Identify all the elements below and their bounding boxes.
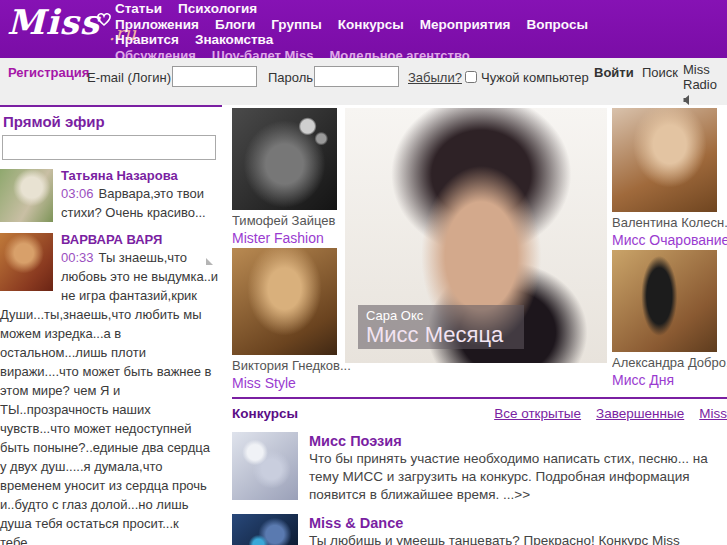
chat-text: 00:33Ты знаешь,что любовь это не выдумка… xyxy=(0,248,220,545)
contests-tabs: Все открытыеЗавершенныеMiss xyxy=(479,404,727,422)
contests-title: Конкурсы xyxy=(232,406,298,421)
nav-item-events[interactable]: Мероприятия xyxy=(420,17,511,32)
photo-person-name: Валентина Колесн... xyxy=(612,215,727,231)
nav-row-3: НравитсяЗнакомства xyxy=(115,32,715,48)
chat-message-text: Ты знаешь,что любовь это не выдумка..и н… xyxy=(0,250,218,545)
contest-title-link[interactable]: Мисс Поэзия xyxy=(309,433,402,449)
register-link[interactable]: Регистрация xyxy=(8,65,94,80)
photo-viktoria-gnedkova[interactable] xyxy=(232,248,337,355)
featured-award-title: Мисс Месяца xyxy=(366,323,516,347)
login-bar: Регистрация E-mail (Логин) Пароль Забыли… xyxy=(0,58,727,105)
photo-valentina-kolesnikova[interactable] xyxy=(612,108,717,212)
featured-person-name: Сара Окс xyxy=(366,308,516,323)
contest-text: Мисс Поэзия Что бы принять участие необх… xyxy=(309,432,721,504)
photo-category-link[interactable]: Miss Style xyxy=(232,375,296,391)
contest-item[interactable]: Miss & Dance Ты любишь и умеешь танцеват… xyxy=(232,514,727,545)
chat-message: ВАРВАРА ВАРЯ 00:33Ты знаешь,что любовь э… xyxy=(0,224,222,545)
avatar[interactable] xyxy=(0,169,53,222)
gallery-card-miss-charm[interactable]: Валентина Колесн... Мисс Очарование xyxy=(612,108,727,249)
photo-alexandra-dobro[interactable] xyxy=(612,250,717,352)
live-feed-title: Прямой эфир xyxy=(3,113,222,130)
nav-item-groups[interactable]: Группы xyxy=(271,17,322,32)
contest-title-link[interactable]: Miss & Dance xyxy=(309,515,403,531)
photo-sara-oks[interactable]: Сара Окс Мисс Месяца xyxy=(345,108,607,363)
nav-item-contests[interactable]: Конкурсы xyxy=(338,17,404,32)
contests-section: Конкурсы Все открытыеЗавершенныеMiss Мис… xyxy=(232,397,727,545)
live-feed-panel: Прямой эфир Татьяна Назарова 03:06Варвар… xyxy=(0,105,222,545)
nav-item-dating[interactable]: Знакомства xyxy=(195,32,273,47)
chat-time: 00:33 xyxy=(61,250,94,265)
resize-handle-icon[interactable] xyxy=(206,258,213,265)
avatar[interactable] xyxy=(0,233,53,291)
email-label: E-mail (Логин) xyxy=(87,70,171,85)
nav-item-questions[interactable]: Вопросы xyxy=(526,17,588,32)
nav-row-1: СтатьиПсихология xyxy=(115,1,715,17)
nav-item-likes[interactable]: Нравится xyxy=(115,32,179,47)
miss-ru-page: Miss.ru СтатьиПсихология ПриложенияБлоги… xyxy=(0,0,727,545)
nav-item-psychology[interactable]: Психология xyxy=(178,1,257,16)
password-label: Пароль xyxy=(268,70,313,85)
photo-timofey-zaytsev[interactable] xyxy=(232,108,337,210)
contests-header: Конкурсы Все открытыеЗавершенныеMiss xyxy=(232,399,727,422)
contest-description: Что бы принять участие необходимо написа… xyxy=(309,450,721,504)
forgot-password-link[interactable]: Забыли? xyxy=(408,70,462,85)
site-header: Miss.ru СтатьиПсихология ПриложенияБлоги… xyxy=(0,0,727,58)
nav-item-blogs[interactable]: Блоги xyxy=(215,17,255,32)
nav-item-apps[interactable]: Приложения xyxy=(115,17,199,32)
gallery-card-miss-day[interactable]: Александра Добро... Мисс Дня xyxy=(612,250,727,389)
nav-row-2: ПриложенияБлогиГруппыКонкурсыМероприятия… xyxy=(115,17,715,33)
chat-time: 03:06 xyxy=(61,186,94,201)
password-input[interactable] xyxy=(314,66,399,87)
photo-category-link[interactable]: Мисс Дня xyxy=(612,372,674,388)
gallery-card-miss-style[interactable]: Виктория Гнедков... Miss Style xyxy=(232,248,351,392)
main-content: Тимофей Зайцев Mister Fashion Виктория Г… xyxy=(232,105,727,545)
contest-thumbnail-poetry[interactable] xyxy=(232,432,298,500)
contest-description: Ты любишь и умеешь танцевать? Прекрасно!… xyxy=(309,532,721,545)
live-message-input[interactable] xyxy=(2,135,216,160)
miss-radio-link[interactable]: Miss Radio xyxy=(683,62,725,108)
photo-category-link[interactable]: Mister Fashion xyxy=(232,230,324,246)
contest-item[interactable]: Мисс Поэзия Что бы принять участие необх… xyxy=(232,432,727,504)
main-nav: СтатьиПсихология ПриложенияБлогиГруппыКо… xyxy=(115,1,715,63)
photo-person-name: Тимофей Зайцев xyxy=(232,213,337,229)
foreign-computer-checkbox[interactable] xyxy=(465,71,477,83)
contest-text: Miss & Dance Ты любишь и умеешь танцеват… xyxy=(309,514,721,545)
gallery-card-miss-month[interactable]: Сара Окс Мисс Месяца xyxy=(345,108,607,363)
chat-message: Татьяна Назарова 03:06Варвара,это твои с… xyxy=(0,160,222,224)
tab-finished[interactable]: Завершенные xyxy=(596,406,684,421)
logo-text: Miss xyxy=(7,2,100,42)
miss-radio-label: Miss Radio xyxy=(683,62,717,92)
nav-item-articles[interactable]: Статьи xyxy=(115,1,162,16)
photo-category-link[interactable]: Мисс Очарование xyxy=(612,232,727,248)
featured-overlay: Сара Окс Мисс Месяца xyxy=(358,305,524,349)
gallery-card-mister-fashion[interactable]: Тимофей Зайцев Mister Fashion xyxy=(232,108,337,247)
login-button[interactable]: Войти xyxy=(594,65,640,80)
photo-person-name: Александра Добро... xyxy=(612,355,727,371)
photo-person-name: Виктория Гнедков... xyxy=(232,358,351,374)
email-input[interactable] xyxy=(172,66,257,87)
foreign-computer-label: Чужой компьютер xyxy=(481,70,589,85)
tab-all-open[interactable]: Все открытые xyxy=(494,406,581,421)
search-link[interactable]: Поиск xyxy=(642,65,682,80)
contest-thumbnail-dance[interactable] xyxy=(232,514,298,545)
tab-miss[interactable]: Miss xyxy=(699,406,727,421)
